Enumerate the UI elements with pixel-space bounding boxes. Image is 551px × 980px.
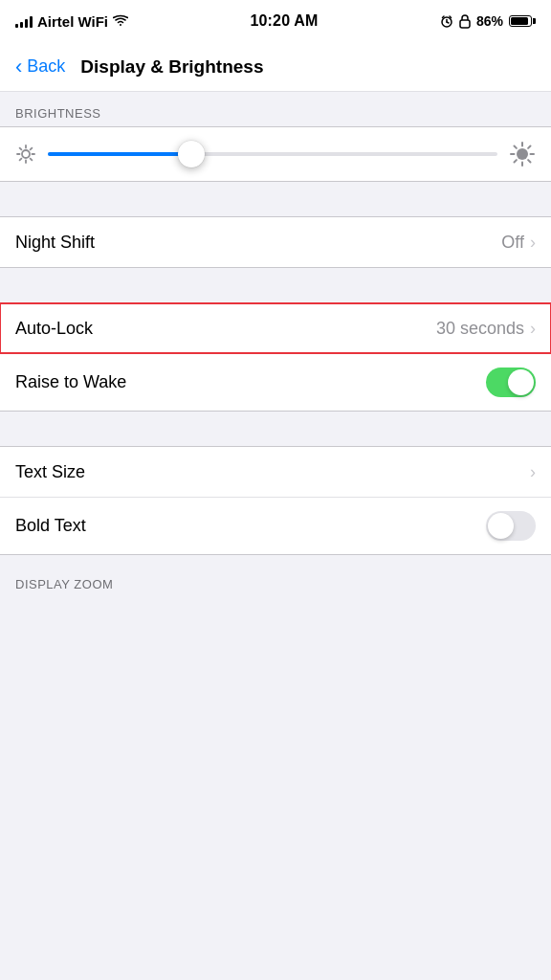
battery-icon [509, 15, 536, 27]
section-gap-1 [0, 182, 551, 216]
brightness-slider[interactable] [48, 152, 497, 156]
raise-to-wake-row: Raise to Wake [0, 353, 551, 411]
section-gap-2 [0, 268, 551, 302]
svg-line-21 [528, 160, 530, 162]
signal-bar-4 [30, 16, 33, 28]
svg-line-4 [450, 16, 452, 18]
status-left: Airtel WiFi [15, 13, 128, 30]
night-shift-row[interactable]: Night Shift Off › [0, 217, 551, 267]
svg-line-11 [20, 148, 22, 150]
text-size-label: Text Size [15, 462, 85, 482]
slider-fill [48, 152, 191, 156]
night-shift-card: Night Shift Off › [0, 216, 551, 268]
bold-text-row: Bold Text [0, 497, 551, 554]
svg-line-22 [528, 146, 530, 148]
text-card: Text Size › Bold Text [0, 446, 551, 555]
signal-bar-3 [25, 19, 28, 28]
nav-bar: ‹ Back Display & Brightness [0, 42, 551, 92]
back-label: Back [27, 56, 65, 77]
alarm-icon [440, 14, 453, 28]
page-title: Display & Brightness [80, 56, 263, 78]
svg-line-2 [447, 22, 449, 23]
svg-rect-5 [460, 20, 470, 28]
raise-to-wake-label: Raise to Wake [15, 372, 126, 392]
signal-bars [15, 14, 33, 28]
signal-bar-1 [15, 24, 18, 28]
status-time: 10:20 AM [250, 12, 318, 30]
brightness-section-header: BRIGHTNESS [0, 92, 551, 126]
text-size-right: › [530, 462, 536, 482]
bold-toggle-thumb [488, 513, 514, 539]
raise-to-wake-toggle[interactable] [486, 368, 536, 397]
brightness-high-icon [509, 141, 536, 167]
svg-line-12 [31, 159, 33, 161]
auto-lock-right: 30 seconds › [436, 319, 536, 339]
display-zoom-label: DISPLAY ZOOM [15, 577, 113, 591]
carrier-label: Airtel WiFi [37, 13, 108, 30]
brightness-row [0, 127, 551, 181]
status-right: 86% [440, 13, 536, 29]
lock-icon [459, 14, 471, 29]
brightness-section-label: BRIGHTNESS [15, 106, 101, 121]
signal-bar-2 [20, 22, 23, 28]
brightness-card [0, 126, 551, 182]
display-zoom-section-header: DISPLAY ZOOM [0, 555, 551, 597]
night-shift-label: Night Shift [15, 233, 95, 253]
svg-point-6 [22, 150, 30, 158]
svg-line-20 [515, 146, 517, 148]
svg-line-23 [515, 160, 517, 162]
bold-text-label: Bold Text [15, 516, 86, 536]
svg-line-14 [20, 159, 22, 161]
svg-line-13 [31, 148, 33, 150]
slider-thumb[interactable] [178, 141, 205, 167]
night-shift-chevron-icon: › [530, 233, 536, 253]
night-shift-value: Off [501, 233, 524, 253]
auto-lock-row[interactable]: Auto-Lock 30 seconds › [0, 303, 551, 353]
night-shift-right: Off › [501, 233, 536, 253]
nav-back-button[interactable]: ‹ Back [15, 56, 65, 78]
wifi-icon [113, 14, 128, 28]
section-gap-3 [0, 412, 551, 446]
lock-wake-card: Auto-Lock 30 seconds › Raise to Wake [0, 302, 551, 412]
text-size-row[interactable]: Text Size › [0, 447, 551, 497]
svg-line-3 [442, 16, 444, 18]
status-bar: Airtel WiFi 10:20 AM 86% [0, 0, 551, 42]
brightness-low-icon [15, 144, 36, 165]
text-size-chevron-icon: › [530, 462, 536, 482]
svg-point-15 [517, 148, 528, 160]
auto-lock-value: 30 seconds [436, 319, 524, 339]
back-chevron-icon: ‹ [15, 56, 22, 78]
bold-text-toggle[interactable] [486, 511, 536, 541]
battery-percent: 86% [476, 13, 503, 29]
toggle-thumb [508, 369, 534, 395]
auto-lock-chevron-icon: › [530, 319, 536, 339]
auto-lock-label: Auto-Lock [15, 319, 93, 339]
